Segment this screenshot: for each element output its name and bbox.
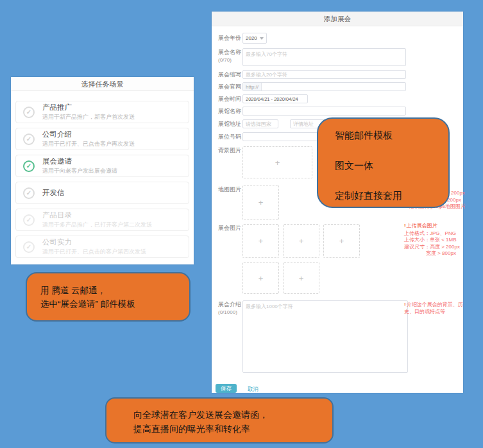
hint-line: 上传格式：JPG、PNG — [404, 230, 463, 237]
label-text: 展会介绍 — [218, 301, 241, 307]
check-glyph: ✓ — [26, 216, 31, 223]
expo-image-upload-2[interactable]: + — [283, 224, 319, 258]
label-text: 展会官网 — [218, 83, 241, 90]
label-text: 展会名称 — [218, 49, 241, 55]
scenario-title: 公司介绍 — [42, 130, 135, 139]
label-text: 展位号码 — [218, 134, 241, 140]
hint-title: 上传展会图片 — [407, 223, 437, 228]
check-circle-icon: ✓ — [23, 107, 35, 118]
check-glyph: ✓ — [26, 135, 31, 142]
callout-smart-template: 智能邮件模板 图文一体 定制好直接套用 — [317, 117, 450, 208]
expo-image-upload-1[interactable]: + — [242, 224, 279, 258]
field-label-expo-images: 展会图片 — [218, 225, 245, 232]
scenario-item-product-catalog[interactable]: ✓ 产品目录 适用于多产品推广，已打开客户第二次发送 — [15, 209, 189, 231]
expo-image-upload-5[interactable]: + — [283, 262, 319, 294]
scenario-item-company-strength[interactable]: ✓ 公司实力 适用于已打开、已点击的客户第四次发送 — [15, 236, 189, 258]
callout-line: 定制好直接套用 — [335, 190, 448, 202]
hall-name-input[interactable] — [242, 107, 406, 116]
plus-icon: + — [258, 236, 264, 246]
hint-line: 上传大小：单张 < 1MB — [404, 237, 463, 244]
scenario-subtitle: 适用于向老客户发出展会邀请 — [42, 167, 117, 175]
label-text: 展会年份 — [218, 35, 241, 41]
scenario-title: 开发信 — [42, 189, 65, 197]
expo-image-hint: !上传展会图片 上传格式：JPG、PNG 上传大小：单张 < 1MB 建议尺寸：… — [404, 223, 463, 257]
scenario-text: 展会邀请 适用于向老客户发出展会邀请 — [42, 157, 117, 175]
callout-line: 提高直播间的曝光率和转化率 — [133, 422, 332, 436]
plus-icon: + — [299, 273, 304, 283]
scenario-text: 产品推广 适用于新产品推广，新客户首次发送 — [42, 103, 135, 121]
plus-icon: + — [258, 198, 264, 207]
expo-image-upload-4[interactable]: + — [242, 262, 279, 294]
check-circle-icon: ✓ — [23, 214, 35, 226]
desktop: { "page": { "background": "#5b9bd5" }, "… — [0, 0, 483, 448]
field-label-map-image: 地图图片 — [218, 186, 245, 193]
callout-bottom: 向全球潜在客户发送展会邀请函， 提高直播间的曝光率和转化率 — [105, 397, 334, 444]
callout-line: 向全球潜在客户发送展会邀请函， — [133, 408, 332, 422]
char-counter: (0/1000) — [218, 309, 245, 316]
scenario-text: 开发信 — [42, 189, 65, 197]
scenario-list: ✓ 产品推广 适用于新产品推广，新客户首次发送 ✓ 公司介绍 适用于已打开、已点… — [11, 91, 194, 258]
scenario-item-exhibition-invite[interactable]: ✓ 展会邀请 适用于向老客户发出展会邀请 — [15, 155, 189, 177]
scenario-subtitle: 适用于已打开、已点击的客户第四次发送 — [42, 248, 146, 256]
label-text: 背景图片 — [218, 147, 241, 153]
scenario-text: 产品目录 适用于多产品推广，已打开客户第二次发送 — [42, 211, 152, 229]
label-text: 展会图片 — [218, 225, 241, 231]
scenario-subtitle: 适用于新产品推广，新客户首次发送 — [42, 113, 135, 121]
plus-icon: + — [299, 236, 304, 246]
callout-line: 用 腾道 云邮通， — [40, 284, 189, 297]
hint-line: 介绍这个展会的背景、历史、目的或特点等 — [404, 302, 463, 314]
scenario-subtitle: 适用于多产品推广，已打开客户第二次发送 — [42, 221, 152, 229]
scenario-title: 公司实力 — [42, 238, 146, 246]
callout-instruction: 用 腾道 云邮通， 选中“展会邀请” 邮件模板 — [26, 272, 191, 322]
background-image-upload[interactable]: + — [242, 146, 312, 178]
hall-country-input[interactable] — [242, 119, 278, 128]
scenario-panel-title: 选择任务场景 — [11, 77, 194, 91]
hint-line: 宽度 > 800px — [404, 250, 463, 257]
label-text: 地图图片 — [218, 186, 241, 193]
field-label-hall-name: 展馆名称* — [218, 108, 245, 115]
check-circle-icon: ✓ — [23, 187, 35, 199]
hint-line: 建议尺寸：高度 > 200px — [404, 244, 463, 251]
exhibition-name-input[interactable] — [242, 48, 406, 66]
callout-line: 选中“展会邀请” 邮件模板 — [40, 297, 189, 311]
scenario-title: 展会邀请 — [42, 157, 117, 166]
year-select-value: 2020 — [246, 35, 257, 41]
exhibition-intro-input[interactable] — [242, 300, 408, 373]
check-glyph: ✓ — [26, 189, 31, 196]
warning-icon: ! — [404, 223, 406, 228]
scenario-item-development-letter[interactable]: ✓ 开发信 — [15, 182, 189, 204]
plus-icon: + — [258, 273, 264, 283]
save-button[interactable]: 保存 — [216, 384, 237, 393]
field-label-booth-number: 展位号码* — [218, 134, 245, 141]
exhibition-time-input[interactable] — [242, 94, 308, 103]
field-label-exhibition-website: 展会官网 — [218, 83, 245, 90]
callout-line: 图文一体 — [335, 160, 448, 172]
check-glyph: ✓ — [26, 243, 31, 250]
expo-image-upload-3[interactable]: + — [323, 224, 360, 258]
map-image-upload[interactable]: + — [242, 185, 279, 220]
scenario-title: 产品目录 — [42, 211, 152, 220]
scenario-title: 产品推广 — [42, 103, 135, 112]
chevron-down-icon — [260, 37, 264, 40]
form-title: 添加展会 — [212, 12, 463, 26]
url-prefix: http:// — [243, 83, 262, 90]
field-label-exhibition-name: 展会名称* (0/70) — [218, 49, 245, 64]
scenario-text: 公司介绍 适用于已打开、已点击客户再次发送 — [42, 130, 135, 148]
label-text: 展馆地址 — [218, 121, 241, 127]
warning-icon: ! — [404, 302, 406, 307]
field-label-exhibition-time: 展会时间* — [218, 96, 245, 103]
callout-line: 智能邮件模板 — [335, 130, 448, 142]
label-text: 展馆名称 — [218, 108, 241, 114]
exhibition-website-field: http:// — [242, 82, 406, 91]
scenario-item-company-intro[interactable]: ✓ 公司介绍 适用于已打开、已点击客户再次发送 — [15, 128, 189, 150]
intro-hint: !介绍这个展会的背景、历史、目的或特点等 — [404, 301, 464, 315]
check-circle-icon: ✓ — [23, 241, 35, 253]
exhibition-abbr-input[interactable] — [242, 70, 406, 79]
scenario-item-product-promotion[interactable]: ✓ 产品推广 适用于新产品推广，新客户首次发送 — [15, 101, 189, 123]
scenario-subtitle: 适用于已打开、已点击客户再次发送 — [42, 140, 135, 148]
label-text: 展会缩写 — [218, 71, 241, 78]
exhibition-website-input[interactable] — [262, 83, 405, 90]
exhibition-year-select[interactable]: 2020 — [242, 33, 267, 44]
cancel-button[interactable]: 取消 — [248, 386, 258, 393]
char-counter: (0/70) — [218, 57, 245, 64]
